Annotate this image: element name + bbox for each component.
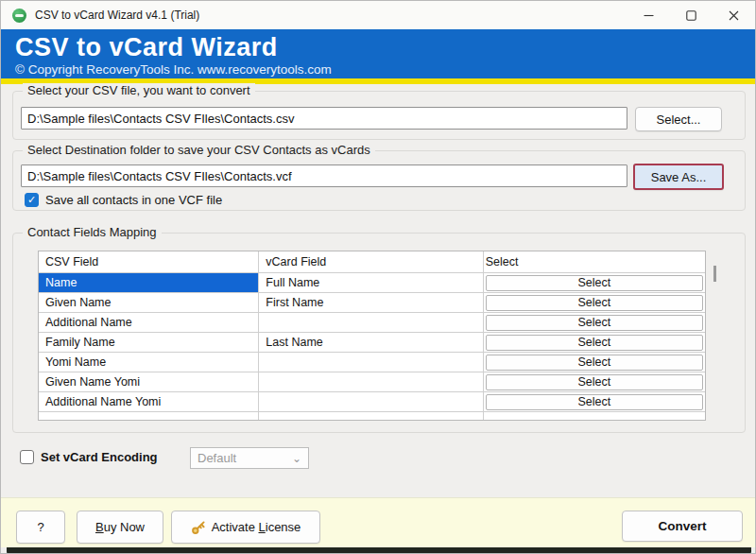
select-cell: Select [484,273,705,293]
column-header: Select [484,251,705,273]
csv-field-cell[interactable] [39,412,259,421]
column-header: CSV Field [39,251,259,273]
one-vcf-checkbox[interactable]: ✓ [25,193,39,207]
window-title: CSV to vCard Wizard v4.1 (Trial) [35,9,627,22]
mapping-group: Contact Fields Mapping CSV FieldvCard Fi… [12,233,746,433]
maximize-button[interactable] [670,1,713,29]
app-icon [12,9,26,23]
buy-now-label: Buy Now [95,520,145,534]
source-group: Select your CSV file, you want to conver… [12,91,746,140]
select-cell: Select [484,392,705,412]
activate-license-label: Activate License [212,520,301,534]
vcard-field-cell[interactable] [259,372,483,392]
help-button[interactable]: ? [16,511,65,544]
one-vcf-checkrow: ✓ Save all contacts in one VCF file [25,193,222,207]
table-row: Additional NameSelect [39,313,705,333]
csv-field-cell[interactable]: Additional Name [39,313,259,333]
csv-field-cell[interactable]: Given Name Yomi [39,372,259,392]
table-row: Family NameLast NameSelect [39,333,705,353]
csv-field-cell[interactable]: Additional Name Yomi [39,392,259,412]
column-header: vCard Field [259,251,483,273]
select-csv-button[interactable]: Select... [635,107,722,131]
row-select-button[interactable]: Select [486,315,703,331]
save-as-button[interactable]: Save As... [633,164,724,190]
row-select-button[interactable]: Select [486,374,703,390]
encoding-checkbox[interactable] [20,450,34,464]
convert-button[interactable]: Convert [622,511,743,542]
window-bottom-edge [7,547,751,554]
checkmark-icon: ✓ [27,194,36,206]
table-row: NameFull NameSelect [39,273,705,293]
destination-group: Select Destination folder to save your C… [12,150,746,211]
vcard-field-cell[interactable]: Last Name [259,333,483,353]
titlebar: CSV to vCard Wizard v4.1 (Trial) [1,1,755,29]
buy-now-button[interactable]: Buy Now [77,511,163,544]
mapping-table-body: NameFull NameSelectGiven NameFirst NameS… [39,273,705,421]
chevron-down-icon: ⌄ [292,452,301,465]
app-header-copyright: © Copyright RecoveryTools Inc. www.recov… [15,62,755,77]
table-row: Given NameFirst NameSelect [39,293,705,313]
row-select-button[interactable]: Select [486,295,703,311]
mapping-group-label: Contact Fields Mapping [23,225,162,239]
footer-bar: ? Buy Now Activate License Convert [1,497,755,547]
row-select-button[interactable]: Select [486,355,703,371]
activate-license-button[interactable]: Activate License [171,511,320,544]
close-icon [729,10,739,21]
mapping-table-header: CSV FieldvCard FieldSelect [39,251,705,273]
select-cell [484,412,705,421]
table-row: Additional Name YomiSelect [39,392,705,412]
table-scrollbar[interactable] [713,266,716,282]
app-header-title: CSV to vCard Wizard [15,33,755,61]
source-path-input[interactable] [21,107,627,130]
row-select-button[interactable]: Select [486,394,703,410]
csv-field-cell[interactable]: Given Name [39,293,259,313]
table-row [39,412,705,421]
close-button[interactable] [713,1,755,29]
select-cell: Select [484,293,705,313]
encoding-dropdown[interactable]: Default ⌄ [190,447,309,469]
select-cell: Select [484,372,705,392]
select-cell: Select [484,313,705,333]
maximize-icon [686,10,696,21]
vcard-field-cell[interactable] [259,353,483,372]
select-cell: Select [484,333,705,353]
key-icon [191,520,206,535]
app-header: CSV to vCard Wizard © Copyright Recovery… [1,29,755,78]
content-area: Select your CSV file, you want to conver… [1,84,755,497]
csv-field-cell[interactable]: Name [39,273,259,293]
select-cell: Select [484,353,705,372]
vcard-field-cell[interactable] [259,313,483,333]
one-vcf-label: Save all contacts in one VCF file [45,193,222,207]
minimize-icon [644,10,654,21]
table-row: Yomi NameSelect [39,353,705,372]
encoding-checkrow: Set vCard Encoding [20,450,158,464]
encoding-dropdown-value: Default [198,451,236,465]
vcard-field-cell[interactable]: Full Name [259,273,483,293]
destination-group-label: Select Destination folder to save your C… [23,143,375,157]
row-select-button[interactable]: Select [486,275,703,291]
csv-field-cell[interactable]: Yomi Name [39,353,259,372]
csv-field-cell[interactable]: Family Name [39,333,259,353]
destination-path-input[interactable] [21,164,627,187]
row-select-button[interactable]: Select [486,335,703,351]
app-window: CSV to vCard Wizard v4.1 (Trial) CSV to … [0,0,756,554]
vcard-field-cell[interactable] [259,412,483,421]
minimize-button[interactable] [627,1,670,29]
mapping-table: CSV FieldvCard FieldSelect NameFull Name… [38,251,706,421]
table-row: Given Name YomiSelect [39,372,705,392]
encoding-label: Set vCard Encoding [41,450,158,464]
vcard-field-cell[interactable]: First Name [259,293,483,313]
vcard-field-cell[interactable] [259,392,483,412]
source-group-label: Select your CSV file, you want to conver… [23,83,255,97]
